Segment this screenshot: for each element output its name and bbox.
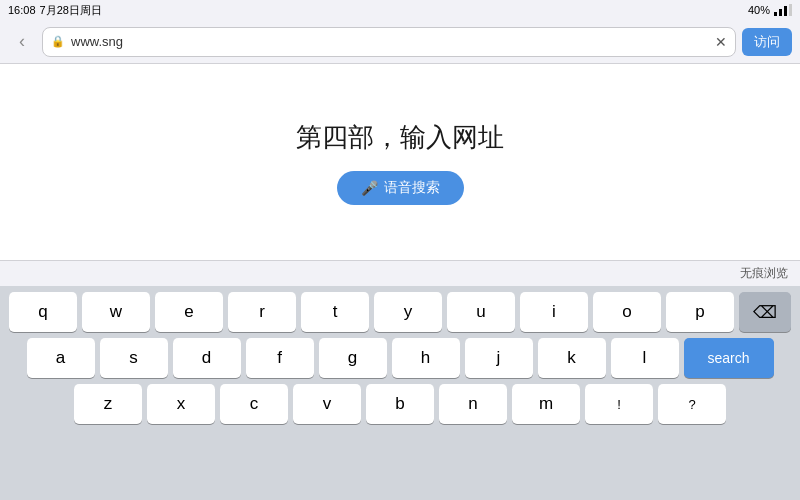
key-f[interactable]: f <box>246 338 314 378</box>
key-i[interactable]: i <box>520 292 588 332</box>
key-m[interactable]: m <box>512 384 580 424</box>
visit-button[interactable]: 访问 <box>742 28 792 56</box>
key-d[interactable]: d <box>173 338 241 378</box>
battery-label: 40% <box>748 4 770 16</box>
key-p[interactable]: p <box>666 292 734 332</box>
key-s[interactable]: s <box>100 338 168 378</box>
delete-key[interactable]: ⌫ <box>739 292 791 332</box>
nav-bar: ‹ 🔒 www.sng ✕ 访问 <box>0 20 800 64</box>
back-button[interactable]: ‹ <box>8 28 36 56</box>
key-j[interactable]: j <box>465 338 533 378</box>
status-bar: 16:08 7月28日周日 40% <box>0 0 800 20</box>
keyboard: q w e r t y u i o p ⌫ a s d f g h j k l … <box>0 286 800 500</box>
svg-rect-3 <box>789 4 792 16</box>
date-label: 7月28日周日 <box>40 3 102 18</box>
incognito-label: 无痕浏览 <box>740 265 788 282</box>
svg-rect-1 <box>779 9 782 16</box>
key-n[interactable]: n <box>439 384 507 424</box>
key-w[interactable]: w <box>82 292 150 332</box>
keyboard-row-3: z x c v b n m ! ? <box>4 384 796 424</box>
search-key[interactable]: search <box>684 338 774 378</box>
signal-icon <box>774 4 792 16</box>
key-exclaim[interactable]: ! <box>585 384 653 424</box>
key-c[interactable]: c <box>220 384 288 424</box>
incognito-row: 无痕浏览 <box>0 260 800 286</box>
voice-search-label: 语音搜索 <box>384 179 440 197</box>
key-h[interactable]: h <box>392 338 460 378</box>
key-o[interactable]: o <box>593 292 661 332</box>
lock-icon: 🔒 <box>51 35 65 48</box>
content-area: 第四部，输入网址 🎤 语音搜索 <box>0 64 800 260</box>
key-k[interactable]: k <box>538 338 606 378</box>
url-text: www.sng <box>71 34 709 49</box>
key-b[interactable]: b <box>366 384 434 424</box>
mic-icon: 🎤 <box>361 180 378 196</box>
reload-icon[interactable]: ✕ <box>715 34 727 50</box>
key-r[interactable]: r <box>228 292 296 332</box>
key-t[interactable]: t <box>301 292 369 332</box>
key-l[interactable]: l <box>611 338 679 378</box>
key-g[interactable]: g <box>319 338 387 378</box>
keyboard-row-1: q w e r t y u i o p ⌫ <box>4 292 796 332</box>
key-q[interactable]: q <box>9 292 77 332</box>
svg-rect-2 <box>784 6 787 16</box>
key-v[interactable]: v <box>293 384 361 424</box>
key-question[interactable]: ? <box>658 384 726 424</box>
time-label: 16:08 <box>8 4 36 16</box>
main-title: 第四部，输入网址 <box>296 120 504 155</box>
voice-search-button[interactable]: 🎤 语音搜索 <box>337 171 464 205</box>
key-z[interactable]: z <box>74 384 142 424</box>
key-u[interactable]: u <box>447 292 515 332</box>
key-y[interactable]: y <box>374 292 442 332</box>
url-bar[interactable]: 🔒 www.sng ✕ <box>42 27 736 57</box>
svg-rect-0 <box>774 12 777 16</box>
keyboard-row-2: a s d f g h j k l search <box>4 338 796 378</box>
key-e[interactable]: e <box>155 292 223 332</box>
key-a[interactable]: a <box>27 338 95 378</box>
key-x[interactable]: x <box>147 384 215 424</box>
